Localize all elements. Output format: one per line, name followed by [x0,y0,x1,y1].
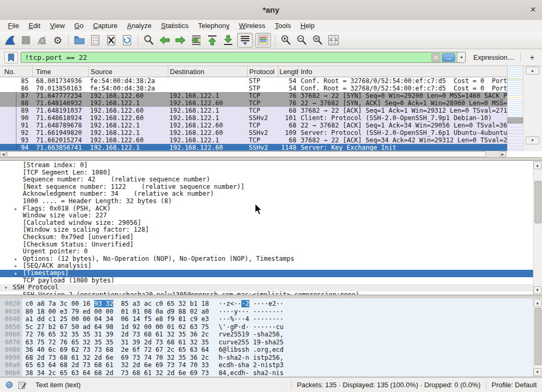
hscroll-thumb[interactable] [7,151,486,157]
packet-row[interactable]: 8568.001734936fe:54:00:d4:38:2aSTP54Conf… [0,77,507,85]
detail-line[interactable]: ▸[SEQ/ACK analysis] [0,262,542,270]
hex-row[interactable]: 0020c0 a8 7a 3c 00 16 93 32 85 a3 ac c0 … [0,300,542,308]
menu-statistics[interactable]: Statistics [156,21,193,31]
expander-icon[interactable]: ▸ [14,291,23,295]
scroll-up-icon[interactable]: ▲ [534,161,541,169]
capture-options-button[interactable]: ⚙ [50,33,66,48]
filter-clear-button[interactable]: ✕ [431,53,440,62]
detail-line[interactable]: Acknowledgment number: 34 (relative ack … [0,190,542,198]
packet-list-vscrollbar[interactable]: ▲ ▼ [523,66,542,151]
hex-row[interactable]: 00b038 34 2c 65 63 64 68 2d 73 68 61 32 … [0,369,542,377]
go-to-first-packet-button[interactable] [204,33,220,48]
hex-row[interactable]: 006072 76 65 32 35 35 31 39 2d 73 68 61 … [0,331,542,339]
hex-row[interactable]: 00505c 27 b2 67 50 ad 64 98 1d 92 00 00 … [0,323,542,331]
menu-telephony[interactable]: Telephony [193,21,234,31]
detail-line[interactable]: Sequence number: 42 (relative sequence n… [0,176,542,184]
packet-row[interactable]: 8771.647777234192.168.122.60192.168.122.… [0,92,507,99]
find-packet-button[interactable] [141,33,157,48]
detail-line[interactable]: [Calculated window size: 29056] [0,220,542,227]
detail-line[interactable]: ▸Options: (12 bytes), No-Operation (NOP)… [0,256,542,263]
packet-row[interactable]: 8971.648191037192.168.122.60192.168.122.… [0,107,507,114]
packet-row[interactable]: 9171.648789678192.168.122.1192.168.122.6… [0,122,507,129]
column-header-length[interactable]: Length [278,66,299,77]
filter-apply-button[interactable]: → [442,53,455,62]
details-scroll-thumb[interactable] [535,181,541,223]
detail-line[interactable]: 1000 .... = Header Length: 32 bytes (8) [0,198,542,205]
detail-line[interactable]: ▾SSH Protocol [0,284,542,291]
bytes-vscrollbar[interactable]: ▲ ▼ [533,298,542,377]
menu-analyze[interactable]: Analyze [122,21,156,31]
detail-line[interactable]: Checksum: 0x79ed [unverified] [0,234,542,241]
capture-comment-button[interactable] [18,381,26,389]
packet-row-selected[interactable]: 9471.663856741192.168.122.1192.168.122.6… [0,144,507,151]
column-header-no[interactable]: No. [0,66,33,77]
go-back-button[interactable] [157,33,173,48]
menu-capture[interactable]: Capture [88,21,122,31]
menu-wireless[interactable]: Wireless [234,21,270,31]
menu-edit[interactable]: Edit [24,21,45,31]
column-header-time[interactable]: Time [33,66,89,77]
zoom-in-button[interactable] [278,33,294,48]
expander-icon[interactable]: ▸ [14,270,23,277]
go-to-packet-button[interactable] [188,33,204,48]
filter-bookmark-button[interactable] [4,52,18,63]
detail-line[interactable]: TCP payload (1080 bytes) [0,277,542,285]
menu-tools[interactable]: Tools [270,21,295,31]
detail-line[interactable]: Window size value: 227 [0,212,542,220]
menu-go[interactable]: Go [69,21,88,31]
column-header-protocol[interactable]: Protocol [248,66,278,77]
expander-icon[interactable]: ▾ [4,284,13,291]
hex-row[interactable]: 003080 18 00 e3 79 ed 00 00 01 01 08 0a … [0,308,542,316]
menu-file[interactable]: File [3,21,24,31]
detail-line[interactable]: ▸Flags: 0x018 (PSH, ACK) [0,205,542,213]
bytes-scroll-thumb[interactable] [535,308,541,365]
expander-icon[interactable]: ▸ [14,262,23,270]
intelligent-scrollbar-minimap[interactable] [507,66,523,151]
expander-icon[interactable]: ▸ [14,205,23,213]
scroll-up-icon[interactable]: ▲ [526,67,539,75]
add-filter-button[interactable]: + [527,53,538,62]
go-forward-button[interactable] [173,33,188,48]
scroll-up-icon[interactable]: ▲ [534,299,541,307]
start-capture-button[interactable] [2,33,18,48]
packet-row[interactable]: 9071.648618924192.168.122.60192.168.122.… [0,114,507,122]
scroll-right-icon[interactable]: ▶ [500,151,506,157]
open-file-button[interactable] [71,33,87,48]
zoom-out-button[interactable] [294,33,310,48]
scroll-down-icon[interactable]: ▼ [534,286,541,294]
column-header-source[interactable]: Source [89,66,168,77]
scroll-left-icon[interactable]: ◀ [0,151,6,157]
detail-line[interactable]: [Window size scaling factor: 128] [0,226,542,234]
zoom-100-button[interactable] [310,33,326,48]
packet-row[interactable]: 8670.013850163fe:54:00:d4:38:2aSTP54Conf… [0,85,507,92]
colorize-packets-toggle[interactable] [255,33,271,48]
detail-line[interactable]: [Next sequence number: 1122 (relative se… [0,184,542,191]
reload-button[interactable] [119,33,135,48]
scroll-down-icon[interactable]: ▼ [526,136,539,144]
detail-line-selected[interactable]: ▸[Timestamps] [0,270,542,277]
hex-row[interactable]: 009068 2d 73 68 61 32 2d 6e 69 73 74 70 … [0,354,542,362]
packet-row[interactable]: 8871.648146932192.168.122.1192.168.122.6… [0,99,507,107]
column-header-destination[interactable]: Destination [168,66,248,77]
expander-icon[interactable]: ▸ [14,256,23,263]
profile-button[interactable]: Profile: Default [492,381,537,389]
resize-columns-button[interactable] [326,33,341,48]
save-file-button[interactable]: 010101100111 [87,33,103,48]
close-file-button[interactable] [103,33,119,48]
detail-line[interactable]: [TCP Segment Len: 1080] [0,169,542,177]
details-vscrollbar[interactable]: ▲ ▼ [533,161,542,295]
go-to-last-packet-button[interactable] [220,33,236,48]
restart-capture-button[interactable] [34,33,50,48]
scroll-down-icon[interactable]: ▼ [534,368,541,376]
expression-button[interactable]: Expression… [473,53,514,61]
minimap-thumb[interactable] [508,117,523,123]
menu-help[interactable]: Help [296,21,320,31]
close-icon[interactable]: ✕ [530,5,536,14]
packet-row[interactable]: 9271.661949820192.168.122.1192.168.122.6… [0,129,507,136]
detail-line[interactable]: Urgent pointer: 0 [0,248,542,256]
menu-view[interactable]: View [45,21,69,31]
detail-line[interactable]: [Checksum Status: Unverified] [0,241,542,249]
stop-capture-button[interactable] [18,33,34,48]
column-header-info[interactable]: Info [299,66,542,77]
filter-dropdown-icon[interactable]: ▾ [457,52,465,63]
